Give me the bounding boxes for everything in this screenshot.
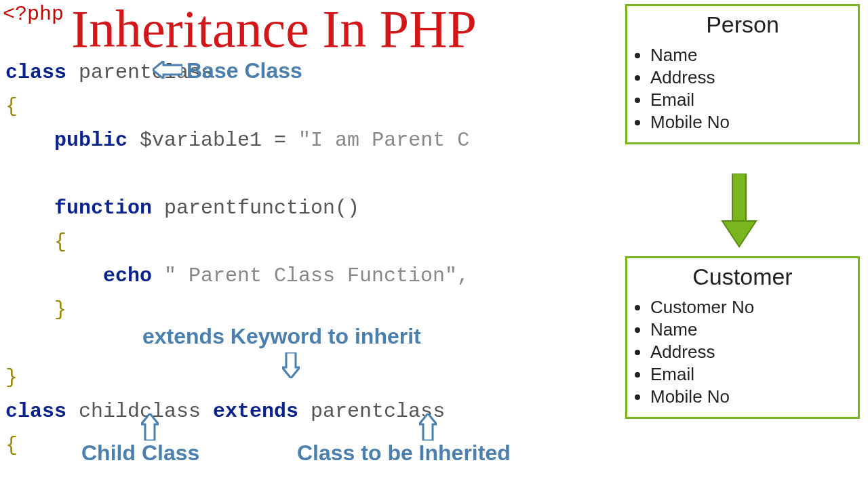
- svg-marker-3: [419, 413, 437, 441]
- box-person-title: Person: [627, 12, 858, 38]
- list-item: Customer No: [650, 297, 858, 318]
- keyword-class: class: [5, 61, 66, 84]
- box-person-list: Name Address Email Mobile No: [650, 45, 858, 133]
- list-item: Address: [650, 67, 858, 88]
- list-item: Name: [650, 45, 858, 66]
- string-echo: " Parent Class Function",: [152, 264, 469, 287]
- svg-marker-5: [722, 221, 756, 247]
- arrow-left-icon: [153, 61, 182, 79]
- list-item: Address: [650, 342, 858, 363]
- list-item: Mobile No: [650, 112, 858, 133]
- keyword-extends: extends: [213, 400, 298, 423]
- arrow-down-icon: [282, 352, 300, 378]
- id-parentfunction: parentfunction: [152, 197, 335, 220]
- keyword-class2: class: [5, 400, 66, 423]
- code-panel: <?php Inheritance In PHP class parentcla…: [0, 0, 610, 488]
- list-item: Mobile No: [650, 386, 858, 407]
- list-item: Email: [650, 89, 858, 110]
- box-customer-title: Customer: [627, 264, 858, 290]
- list-item: Name: [650, 319, 858, 340]
- box-customer: Customer Customer No Name Address Email …: [625, 256, 860, 419]
- page-title: Inheritance In PHP: [71, 0, 477, 60]
- box-person: Person Name Address Email Mobile No: [625, 4, 860, 144]
- svg-marker-1: [282, 352, 300, 378]
- keyword-function: function: [54, 197, 152, 220]
- arrow-up-icon-2: [419, 413, 437, 441]
- annotation-inherited: Class to be Inherited: [297, 441, 511, 466]
- id-childclass: childclass: [66, 400, 213, 423]
- keyword-public: public: [54, 129, 127, 152]
- svg-rect-4: [732, 174, 746, 221]
- annotation-base-class: Base Class: [186, 58, 302, 83]
- inheritance-arrow-icon: [719, 174, 760, 248]
- arrow-up-icon: [141, 413, 159, 441]
- code-block: class parentclass { public $variable1 = …: [5, 56, 469, 462]
- list-item: Email: [650, 364, 858, 385]
- php-open-tag: <?php: [3, 3, 64, 26]
- variable1: $variable1: [127, 129, 262, 152]
- keyword-echo: echo: [103, 264, 152, 287]
- annotation-extends: extends Keyword to inherit: [142, 324, 421, 349]
- svg-marker-0: [153, 61, 182, 79]
- svg-marker-2: [141, 413, 159, 441]
- box-customer-list: Customer No Name Address Email Mobile No: [650, 297, 858, 407]
- string-parent: "I am Parent C: [298, 129, 469, 152]
- annotation-child-class: Child Class: [81, 441, 199, 466]
